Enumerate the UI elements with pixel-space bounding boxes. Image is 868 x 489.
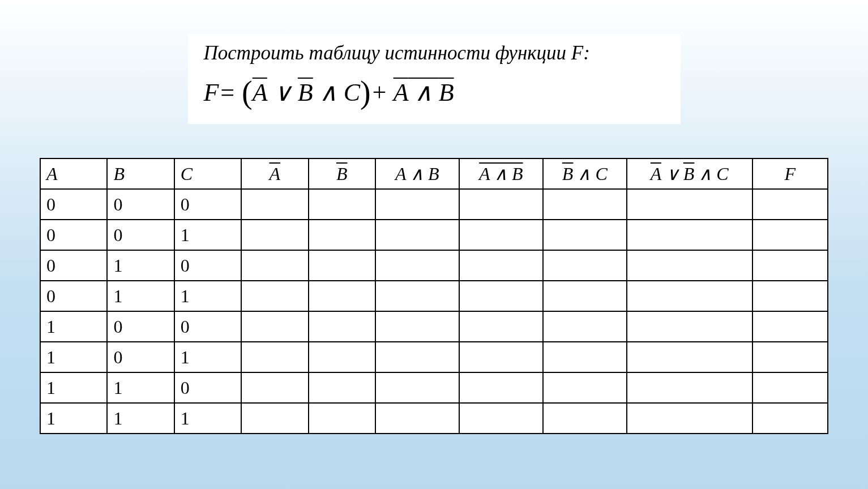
table-row: 000 [40, 189, 828, 220]
cell-expr [627, 403, 752, 434]
problem-statement-box: Построить таблицу истинности функции F: … [188, 34, 681, 124]
cell-notA [241, 403, 308, 434]
cell-notB [309, 189, 375, 220]
cell-notB [309, 311, 375, 342]
cell-notBandC [543, 311, 627, 342]
cell-notB [309, 403, 375, 434]
truth-table: A B C A B A ∧ B A ∧ B B ∧ C A ∨ B ∧ C F … [40, 158, 828, 434]
cell-notAandB [459, 189, 543, 220]
table-row: 101 [40, 342, 828, 372]
col-B: B [107, 158, 174, 189]
cell-notAandB [459, 372, 543, 403]
cell-notA [241, 281, 308, 311]
cell-B: 1 [107, 403, 174, 434]
cell-AandB [375, 281, 459, 311]
cell-A: 1 [40, 342, 107, 372]
cell-B: 0 [107, 220, 174, 250]
cell-AandB [375, 342, 459, 372]
=: 000001010011100101110111 [40, 189, 828, 434]
cell-B: 0 [107, 189, 174, 220]
cell-AandB [375, 372, 459, 403]
slide: Построить таблицу истинности функции F: … [0, 0, 868, 489]
cell-F [752, 403, 828, 434]
cell-C: 0 [174, 311, 241, 342]
cell-expr [627, 220, 752, 250]
cell-AandB [375, 220, 459, 250]
cell-A: 0 [40, 189, 107, 220]
cell-A: 1 [40, 311, 107, 342]
col-not-AandB: A ∧ B [459, 158, 543, 189]
cell-F [752, 250, 828, 281]
cell-notBandC [543, 372, 627, 403]
table-row: 001 [40, 220, 828, 250]
cell-A: 0 [40, 250, 107, 281]
cell-F [752, 311, 828, 342]
formula: F= (A ∨ B ∧ C)+ A ∧ B [204, 69, 665, 112]
cell-A: 1 [40, 403, 107, 434]
col-C: C [174, 158, 241, 189]
cell-B: 0 [107, 311, 174, 342]
col-AandB: A ∧ B [375, 158, 459, 189]
cell-C: 1 [174, 403, 241, 434]
cell-notB [309, 281, 375, 311]
cell-notBandC [543, 281, 627, 311]
cell-notAandB [459, 403, 543, 434]
cell-B: 0 [107, 342, 174, 372]
cell-F [752, 372, 828, 403]
cell-notBandC [543, 189, 627, 220]
cell-C: 0 [174, 189, 241, 220]
cell-notB [309, 250, 375, 281]
col-notB-and-C: B ∧ C [543, 158, 627, 189]
cell-notAandB [459, 220, 543, 250]
cell-notA [241, 342, 308, 372]
cell-notA [241, 220, 308, 250]
cell-expr [627, 250, 752, 281]
cell-expr [627, 281, 752, 311]
cell-notBandC [543, 250, 627, 281]
problem-prompt: Построить таблицу истинности функции F: [204, 41, 665, 66]
cell-C: 1 [174, 281, 241, 311]
cell-AandB [375, 403, 459, 434]
cell-notBandC [543, 342, 627, 372]
cell-expr [627, 189, 752, 220]
cell-F [752, 281, 828, 311]
cell-C: 1 [174, 342, 241, 372]
cell-expr [627, 342, 752, 372]
cell-B: 1 [107, 250, 174, 281]
cell-notA [241, 189, 308, 220]
cell-notB [309, 220, 375, 250]
cell-notA [241, 311, 308, 342]
cell-AandB [375, 250, 459, 281]
cell-notB [309, 372, 375, 403]
table-row: 100 [40, 311, 828, 342]
cell-C: 0 [174, 250, 241, 281]
cell-C: 0 [174, 372, 241, 403]
col-F: F [752, 158, 828, 189]
col-A: A [40, 158, 107, 189]
col-expr: A ∨ B ∧ C [627, 158, 752, 189]
col-notA: A [241, 158, 308, 189]
cell-notAandB [459, 281, 543, 311]
table-row: 111 [40, 403, 828, 434]
cell-F [752, 189, 828, 220]
cell-notAandB [459, 342, 543, 372]
cell-expr [627, 311, 752, 342]
cell-expr [627, 372, 752, 403]
col-notB: B [309, 158, 375, 189]
cell-AandB [375, 311, 459, 342]
cell-notA [241, 250, 308, 281]
cell-F [752, 342, 828, 372]
cell-A: 0 [40, 220, 107, 250]
table-row: 110 [40, 372, 828, 403]
cell-notB [309, 342, 375, 372]
table-header: A B C A B A ∧ B A ∧ B B ∧ C A ∨ B ∧ C F [40, 158, 828, 189]
cell-notAandB [459, 250, 543, 281]
cell-notBandC [543, 403, 627, 434]
cell-B: 1 [107, 281, 174, 311]
cell-AandB [375, 189, 459, 220]
table-row: 011 [40, 281, 828, 311]
cell-notBandC [543, 220, 627, 250]
cell-C: 1 [174, 220, 241, 250]
cell-B: 1 [107, 372, 174, 403]
cell-notA [241, 372, 308, 403]
